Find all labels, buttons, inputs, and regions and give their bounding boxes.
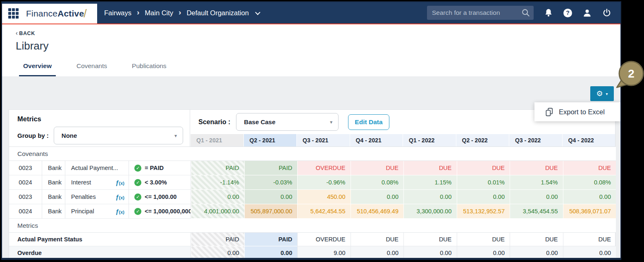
column-header-q3-2022[interactable]: Q3 - 2022 — [509, 134, 562, 146]
value-cell[interactable]: 0.08% — [563, 175, 616, 190]
metric-value-cell: DUE — [510, 233, 563, 246]
metric-label: Actual Payment Status — [9, 233, 191, 246]
value-cell[interactable]: 0.00 — [191, 190, 244, 204]
nav-bar: FinanceActive/ Fairways › Main City › De… — [2, 2, 620, 24]
metric-value-cell: PAID — [191, 233, 244, 246]
metric-label: Overdue — [9, 246, 191, 260]
group-by-select[interactable]: None ▾ — [54, 127, 183, 144]
value-cell[interactable]: 513,132,952.57 — [457, 204, 510, 219]
column-header-q2-2022[interactable]: Q2 - 2022 — [456, 134, 509, 146]
help-button[interactable]: ? — [563, 9, 572, 17]
covenant-row-party[interactable]: Bank — [42, 204, 65, 219]
column-header-q1-2022[interactable]: Q1 - 2022 — [403, 134, 456, 146]
settings-button[interactable]: ⚙ ▾ — [590, 86, 614, 101]
column-header-q4-2022[interactable]: Q4 - 2022 — [562, 134, 615, 146]
covenant-condition[interactable]: ✓= PAID — [129, 161, 191, 175]
metric-value-cell: DUE — [403, 233, 457, 246]
value-cell[interactable]: 0.00 — [351, 190, 404, 204]
value-cell[interactable]: -0.96% — [297, 175, 351, 190]
value-cell[interactable]: 1.15% — [403, 175, 457, 190]
value-cell[interactable]: 0.00 — [457, 190, 510, 204]
breadcrumb-item-main-city[interactable]: Main City — [145, 9, 173, 17]
value-cell[interactable]: -1.14% — [191, 175, 244, 190]
value-cell[interactable]: OVERDUE — [297, 161, 351, 175]
search-box[interactable] — [427, 6, 534, 20]
search-input[interactable] — [432, 9, 521, 17]
nav-actions: ? — [427, 2, 620, 24]
value-cell[interactable]: PAID — [191, 161, 244, 175]
value-cell[interactable]: 5,642,454.55 — [297, 204, 351, 219]
value-cell[interactable]: 0.00 — [244, 190, 298, 204]
covenant-condition[interactable]: ✓<= 1,000.00 — [129, 190, 191, 204]
value-cell[interactable]: 0.00 — [563, 190, 616, 204]
chevron-down-icon[interactable] — [255, 9, 260, 15]
covenant-row-party[interactable]: Bank — [42, 161, 65, 175]
value-cell[interactable]: 3,545,454.55 — [510, 204, 563, 219]
tab-overview[interactable]: Overview — [19, 62, 56, 76]
filter-panel: Metrics Group by : None ▾ — [9, 110, 190, 146]
value-cell[interactable]: DUE — [510, 161, 563, 175]
covenant-row-party[interactable]: Bank — [42, 190, 65, 204]
covenant-condition[interactable]: ✓< 3.00% — [129, 175, 191, 190]
covenant-condition[interactable]: ✓<= 1,000,000,000 — [129, 204, 191, 219]
metric-value-cell: DUE — [563, 233, 616, 246]
column-header-q2-2021[interactable]: Q2 - 2021 — [243, 134, 297, 146]
column-header-q3-2021[interactable]: Q3 - 2021 — [296, 134, 350, 146]
covenant-row-name[interactable]: Principalƒ(x) — [65, 204, 129, 219]
section-header-metrics: Metrics — [9, 219, 616, 233]
column-header-q4-2021[interactable]: Q4 - 2021 — [350, 134, 403, 146]
back-link[interactable]: ‹BACK — [16, 30, 620, 36]
covenant-row-id[interactable]: 0024 — [9, 175, 42, 190]
covenant-row-id[interactable]: 0023 — [9, 161, 42, 175]
covenant-row-id[interactable]: 0023 — [9, 190, 42, 204]
value-cell[interactable]: 0.00 — [403, 190, 457, 204]
page-header: ‹BACK Library Overview Covenants Publica… — [2, 24, 620, 76]
metric-value-cell: 9.00 — [297, 246, 351, 260]
tab-covenants[interactable]: Covenants — [72, 62, 111, 76]
covenant-row-name[interactable]: Interestƒ(x) — [65, 175, 129, 190]
value-cell[interactable]: 508,369,071.07 — [563, 204, 616, 219]
scenario-select[interactable]: Base Case ▾ — [236, 113, 339, 131]
value-cell[interactable]: DUE — [563, 161, 616, 175]
metric-value-cell: DUE — [457, 233, 510, 246]
breadcrumb-item-default-organization[interactable]: Default Organization — [186, 9, 248, 17]
value-cell[interactable]: 450.00 — [297, 190, 351, 204]
tab-publications[interactable]: Publications — [128, 62, 171, 76]
search-icon[interactable] — [521, 8, 530, 17]
brand-logo[interactable]: FinanceActive/ — [2, 4, 97, 24]
metric-value-cell: 0.00 — [563, 246, 616, 260]
value-cell[interactable]: 510,456,469.49 — [351, 204, 404, 219]
value-cell[interactable]: PAID — [244, 161, 298, 175]
value-cell[interactable]: -0.03% — [244, 175, 298, 190]
export-to-excel-item[interactable]: Export to Excel — [559, 108, 605, 116]
metric-value-cell: OVERDUE — [297, 233, 351, 246]
metric-value-cell: PAID — [244, 233, 298, 246]
annotation-badge: 2 — [614, 60, 644, 92]
breadcrumb-item-fairways[interactable]: Fairways — [104, 9, 131, 17]
value-cell[interactable]: 0.00 — [510, 190, 563, 204]
value-cell[interactable]: 0.01% — [457, 175, 510, 190]
column-header-q1-2021[interactable]: Q1 - 2021 — [190, 134, 243, 146]
formula-icon[interactable]: ƒ(x) — [115, 208, 124, 215]
logout-button[interactable] — [602, 8, 611, 17]
value-cell[interactable]: 0.08% — [351, 175, 404, 190]
formula-icon[interactable]: ƒ(x) — [115, 179, 124, 186]
formula-icon[interactable]: ƒ(x) — [115, 194, 124, 201]
value-cell[interactable]: 1.54% — [510, 175, 563, 190]
covenant-row-name[interactable]: Actual Payment... — [65, 161, 129, 175]
data-grid: Covenants0023BankActual Payment...✓= PAI… — [9, 147, 615, 260]
notifications-button[interactable] — [544, 8, 553, 17]
covenant-row-name[interactable]: Penaltiesƒ(x) — [65, 190, 129, 204]
value-cell[interactable]: 505,897,000.00 — [244, 204, 298, 219]
apps-grid-icon[interactable] — [8, 8, 19, 19]
edit-data-button[interactable]: Edit Data — [348, 114, 389, 130]
value-cell[interactable]: 3,300,000.00 — [403, 204, 457, 219]
value-cell[interactable]: DUE — [403, 161, 457, 175]
value-cell[interactable]: DUE — [351, 161, 404, 175]
covenant-row-party[interactable]: Bank — [42, 175, 65, 190]
covenant-row-id[interactable]: 0024 — [9, 204, 42, 219]
value-cell[interactable]: 4,001,000.00 — [191, 204, 244, 219]
value-cell[interactable]: DUE — [457, 161, 510, 175]
copy-icon — [545, 107, 553, 117]
account-button[interactable] — [582, 8, 592, 18]
